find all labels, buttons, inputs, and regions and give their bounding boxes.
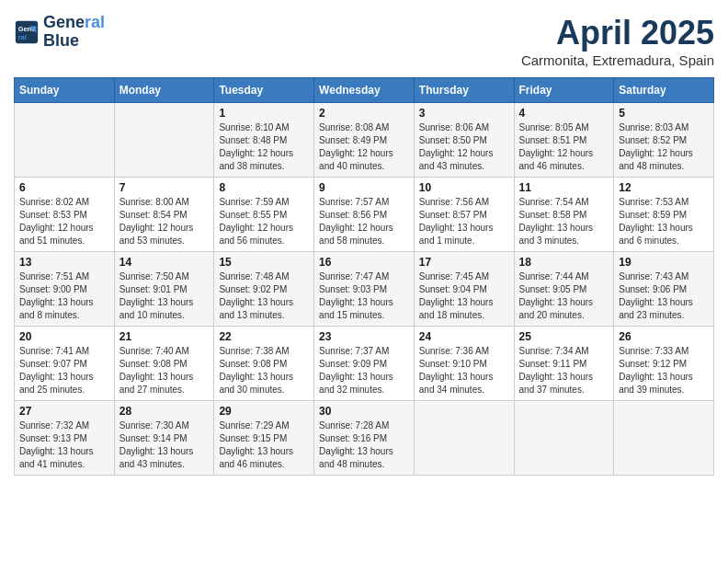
location-subtitle: Carmonita, Extremadura, Spain bbox=[521, 52, 714, 68]
calendar-cell: 12Sunrise: 7:53 AMSunset: 8:59 PMDayligh… bbox=[614, 178, 714, 252]
calendar-cell: 30Sunrise: 7:28 AMSunset: 9:16 PMDayligh… bbox=[314, 401, 415, 476]
day-number: 14 bbox=[119, 256, 210, 269]
weekday-header-cell: Monday bbox=[114, 78, 214, 103]
day-number: 19 bbox=[619, 256, 709, 269]
day-number: 16 bbox=[319, 256, 409, 269]
calendar-week-row: 20Sunrise: 7:41 AMSunset: 9:07 PMDayligh… bbox=[15, 327, 714, 401]
calendar-cell: 15Sunrise: 7:48 AMSunset: 9:02 PMDayligh… bbox=[214, 252, 314, 327]
calendar-week-row: 6Sunrise: 8:02 AMSunset: 8:53 PMDaylight… bbox=[15, 178, 714, 252]
day-number: 27 bbox=[19, 405, 109, 418]
day-info: Sunrise: 7:51 AMSunset: 9:00 PMDaylight:… bbox=[19, 270, 109, 322]
logo-text: GeneralBlue bbox=[43, 14, 105, 51]
calendar-cell: 25Sunrise: 7:34 AMSunset: 9:11 PMDayligh… bbox=[514, 327, 614, 401]
header: Gene ral GeneralBlue April 2025 Carmonit… bbox=[14, 14, 714, 68]
calendar-body: 1Sunrise: 8:10 AMSunset: 8:48 PMDaylight… bbox=[15, 103, 714, 476]
day-number: 9 bbox=[319, 181, 409, 194]
day-number: 10 bbox=[419, 181, 509, 194]
day-info: Sunrise: 7:29 AMSunset: 9:15 PMDaylight:… bbox=[219, 419, 309, 471]
calendar-cell: 20Sunrise: 7:41 AMSunset: 9:07 PMDayligh… bbox=[15, 327, 115, 401]
calendar-cell: 17Sunrise: 7:45 AMSunset: 9:04 PMDayligh… bbox=[414, 252, 514, 327]
day-number: 4 bbox=[519, 107, 609, 120]
day-number: 1 bbox=[219, 107, 309, 120]
day-number: 26 bbox=[619, 330, 709, 343]
day-number: 12 bbox=[619, 181, 709, 194]
calendar-cell: 16Sunrise: 7:47 AMSunset: 9:03 PMDayligh… bbox=[314, 252, 415, 327]
day-number: 8 bbox=[219, 181, 309, 194]
weekday-header-cell: Wednesday bbox=[314, 78, 415, 103]
title-area: April 2025 Carmonita, Extremadura, Spain bbox=[521, 14, 714, 68]
calendar-cell: 3Sunrise: 8:06 AMSunset: 8:50 PMDaylight… bbox=[414, 103, 514, 178]
day-info: Sunrise: 8:06 AMSunset: 8:50 PMDaylight:… bbox=[419, 121, 509, 173]
day-info: Sunrise: 7:45 AMSunset: 9:04 PMDaylight:… bbox=[419, 270, 509, 322]
calendar-cell: 14Sunrise: 7:50 AMSunset: 9:01 PMDayligh… bbox=[114, 252, 214, 327]
calendar-cell: 7Sunrise: 8:00 AMSunset: 8:54 PMDaylight… bbox=[114, 178, 214, 252]
calendar-cell bbox=[15, 103, 115, 178]
calendar-table: SundayMondayTuesdayWednesdayThursdayFrid… bbox=[14, 77, 714, 476]
calendar-cell: 9Sunrise: 7:57 AMSunset: 8:56 PMDaylight… bbox=[314, 178, 415, 252]
day-number: 17 bbox=[419, 256, 509, 269]
day-number: 24 bbox=[419, 330, 509, 343]
weekday-header-cell: Thursday bbox=[414, 78, 514, 103]
calendar-cell: 29Sunrise: 7:29 AMSunset: 9:15 PMDayligh… bbox=[214, 401, 314, 476]
weekday-header-cell: Saturday bbox=[614, 78, 714, 103]
calendar-cell: 21Sunrise: 7:40 AMSunset: 9:08 PMDayligh… bbox=[114, 327, 214, 401]
calendar-cell bbox=[114, 103, 214, 178]
day-info: Sunrise: 8:00 AMSunset: 8:54 PMDaylight:… bbox=[119, 196, 210, 247]
day-info: Sunrise: 7:50 AMSunset: 9:01 PMDaylight:… bbox=[119, 270, 210, 322]
day-number: 21 bbox=[119, 330, 210, 343]
day-number: 3 bbox=[419, 107, 509, 120]
weekday-header-cell: Sunday bbox=[15, 78, 115, 103]
day-info: Sunrise: 8:03 AMSunset: 8:52 PMDaylight:… bbox=[619, 121, 709, 173]
day-number: 23 bbox=[319, 330, 409, 343]
calendar-cell: 6Sunrise: 8:02 AMSunset: 8:53 PMDaylight… bbox=[15, 178, 115, 252]
day-info: Sunrise: 7:34 AMSunset: 9:11 PMDaylight:… bbox=[519, 345, 609, 396]
day-info: Sunrise: 7:47 AMSunset: 9:03 PMDaylight:… bbox=[319, 270, 409, 322]
day-info: Sunrise: 7:57 AMSunset: 8:56 PMDaylight:… bbox=[319, 196, 409, 247]
day-number: 5 bbox=[619, 107, 709, 120]
day-info: Sunrise: 7:48 AMSunset: 9:02 PMDaylight:… bbox=[219, 270, 309, 322]
day-number: 25 bbox=[519, 330, 609, 343]
day-number: 20 bbox=[19, 330, 109, 343]
day-info: Sunrise: 7:30 AMSunset: 9:14 PMDaylight:… bbox=[119, 419, 210, 471]
day-info: Sunrise: 8:05 AMSunset: 8:51 PMDaylight:… bbox=[519, 121, 609, 173]
day-info: Sunrise: 7:33 AMSunset: 9:12 PMDaylight:… bbox=[619, 345, 709, 396]
day-number: 6 bbox=[19, 181, 109, 194]
day-info: Sunrise: 8:02 AMSunset: 8:53 PMDaylight:… bbox=[19, 196, 109, 247]
calendar-cell: 1Sunrise: 8:10 AMSunset: 8:48 PMDaylight… bbox=[214, 103, 314, 178]
day-info: Sunrise: 8:08 AMSunset: 8:49 PMDaylight:… bbox=[319, 121, 409, 173]
day-info: Sunrise: 7:54 AMSunset: 8:58 PMDaylight:… bbox=[519, 196, 609, 247]
day-number: 18 bbox=[519, 256, 609, 269]
day-info: Sunrise: 7:40 AMSunset: 9:08 PMDaylight:… bbox=[119, 345, 210, 396]
day-number: 30 bbox=[319, 405, 409, 418]
logo-icon: Gene ral bbox=[14, 19, 40, 45]
calendar-cell: 2Sunrise: 8:08 AMSunset: 8:49 PMDaylight… bbox=[314, 103, 415, 178]
day-info: Sunrise: 7:38 AMSunset: 9:08 PMDaylight:… bbox=[219, 345, 309, 396]
day-info: Sunrise: 7:43 AMSunset: 9:06 PMDaylight:… bbox=[619, 270, 709, 322]
day-number: 7 bbox=[119, 181, 210, 194]
calendar-cell: 23Sunrise: 7:37 AMSunset: 9:09 PMDayligh… bbox=[314, 327, 415, 401]
calendar-cell: 18Sunrise: 7:44 AMSunset: 9:05 PMDayligh… bbox=[514, 252, 614, 327]
day-info: Sunrise: 8:10 AMSunset: 8:48 PMDaylight:… bbox=[219, 121, 309, 173]
day-number: 22 bbox=[219, 330, 309, 343]
calendar-cell: 13Sunrise: 7:51 AMSunset: 9:00 PMDayligh… bbox=[15, 252, 115, 327]
calendar-week-row: 27Sunrise: 7:32 AMSunset: 9:13 PMDayligh… bbox=[15, 401, 714, 476]
calendar-week-row: 13Sunrise: 7:51 AMSunset: 9:00 PMDayligh… bbox=[15, 252, 714, 327]
day-number: 11 bbox=[519, 181, 609, 194]
day-number: 15 bbox=[219, 256, 309, 269]
day-info: Sunrise: 7:36 AMSunset: 9:10 PMDaylight:… bbox=[419, 345, 509, 396]
calendar-cell bbox=[514, 401, 614, 476]
month-title: April 2025 bbox=[521, 14, 714, 52]
day-info: Sunrise: 7:41 AMSunset: 9:07 PMDaylight:… bbox=[19, 345, 109, 396]
svg-text:ral: ral bbox=[18, 33, 27, 41]
calendar-week-row: 1Sunrise: 8:10 AMSunset: 8:48 PMDaylight… bbox=[15, 103, 714, 178]
calendar-cell bbox=[414, 401, 514, 476]
day-info: Sunrise: 7:28 AMSunset: 9:16 PMDaylight:… bbox=[319, 419, 409, 471]
day-info: Sunrise: 7:59 AMSunset: 8:55 PMDaylight:… bbox=[219, 196, 309, 247]
calendar-cell: 5Sunrise: 8:03 AMSunset: 8:52 PMDaylight… bbox=[614, 103, 714, 178]
day-number: 13 bbox=[19, 256, 109, 269]
weekday-header-cell: Tuesday bbox=[214, 78, 314, 103]
day-number: 28 bbox=[119, 405, 210, 418]
weekday-header-cell: Friday bbox=[514, 78, 614, 103]
calendar-cell bbox=[614, 401, 714, 476]
day-info: Sunrise: 7:44 AMSunset: 9:05 PMDaylight:… bbox=[519, 270, 609, 322]
